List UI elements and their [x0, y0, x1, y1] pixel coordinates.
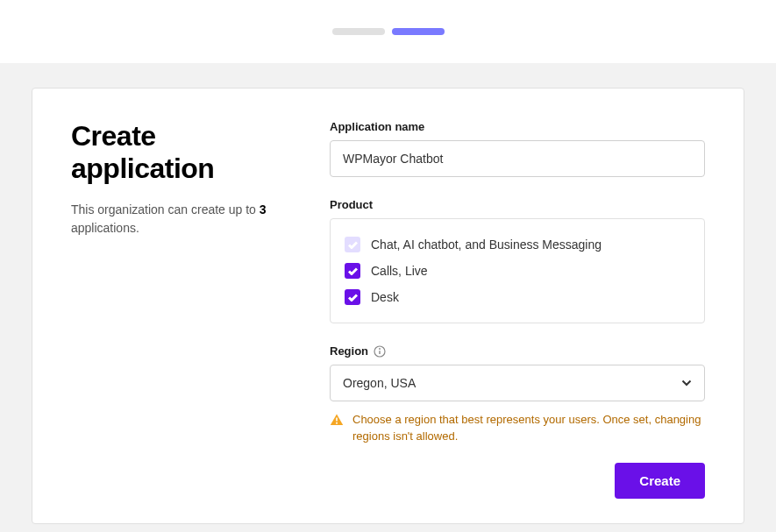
check-icon [348, 267, 358, 275]
check-icon [348, 241, 358, 249]
progress-step-1 [332, 28, 385, 35]
button-row: Create [330, 463, 705, 499]
info-icon[interactable] [374, 345, 386, 358]
chevron-down-icon [681, 379, 692, 387]
warning-icon [330, 414, 344, 426]
subtitle-prefix: This organization can create up to [71, 202, 260, 216]
checkbox-chat [345, 237, 360, 252]
page-subtitle: This organization can create up to 3 app… [71, 201, 295, 238]
product-label: Product [330, 198, 705, 211]
region-label-text: Region [330, 344, 368, 358]
product-section: Product Chat, AI chatbot, and Business M… [330, 198, 705, 323]
subtitle-suffix: applications. [71, 221, 139, 235]
region-select[interactable]: Oregon, USA [330, 365, 705, 401]
product-row-desk: Desk [345, 284, 690, 310]
progress-indicator [332, 28, 445, 35]
region-value: Oregon, USA [343, 376, 416, 390]
svg-point-4 [336, 422, 338, 424]
top-progress-bar [0, 0, 776, 63]
product-label-desk: Desk [371, 290, 399, 304]
product-label-calls: Calls, Live [371, 264, 428, 278]
progress-step-2 [392, 28, 445, 35]
create-application-card: Create application This organization can… [32, 88, 744, 524]
product-box: Chat, AI chatbot, and Business Messaging… [330, 218, 705, 323]
product-row-calls: Calls, Live [345, 258, 690, 284]
subtitle-limit: 3 [260, 202, 267, 216]
app-name-label: Application name [330, 120, 705, 133]
right-column: Application name Product Chat, AI chatbo… [330, 120, 705, 499]
product-label-chat: Chat, AI chatbot, and Business Messaging [371, 238, 602, 252]
page-title: Create application [71, 120, 295, 185]
region-warning: Choose a region that best represents you… [330, 412, 705, 445]
page-body: Create application This organization can… [0, 63, 776, 532]
region-warning-text: Choose a region that best represents you… [352, 412, 705, 445]
app-name-section: Application name [330, 120, 705, 177]
checkbox-desk[interactable] [345, 289, 360, 305]
product-row-chat: Chat, AI chatbot, and Business Messaging [345, 231, 690, 258]
left-column: Create application This organization can… [71, 120, 295, 499]
svg-point-2 [379, 348, 381, 350]
region-section: Region Oregon, USA [330, 344, 705, 445]
region-label: Region [330, 344, 705, 358]
app-name-input[interactable] [330, 140, 705, 177]
check-icon [348, 294, 358, 301]
create-button[interactable]: Create [615, 463, 705, 499]
checkbox-calls[interactable] [345, 263, 360, 279]
